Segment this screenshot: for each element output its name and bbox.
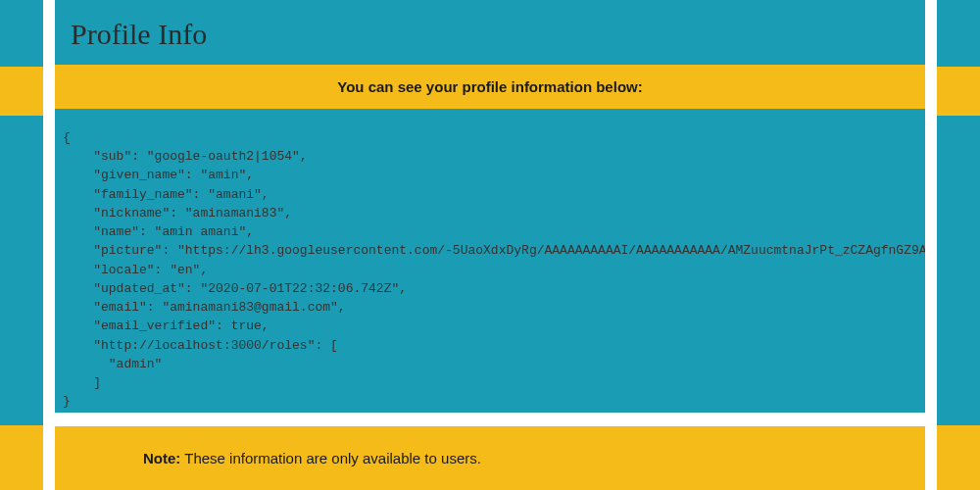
note-text: These information are only available to …	[180, 450, 481, 466]
profile-json-block[interactable]: { "sub": "google-oauth2|1054", "given_na…	[55, 122, 925, 413]
page-title: Profile Info	[55, 0, 925, 65]
spacer	[55, 413, 925, 426]
note-label: Note:	[143, 450, 180, 466]
decorative-column-right	[925, 0, 937, 490]
main-content: Profile Info You can see your profile in…	[55, 0, 925, 490]
subtitle-bar: You can see your profile information bel…	[55, 65, 925, 109]
note-bar: Note: These information are only availab…	[55, 426, 925, 490]
decorative-column-left	[43, 0, 55, 490]
